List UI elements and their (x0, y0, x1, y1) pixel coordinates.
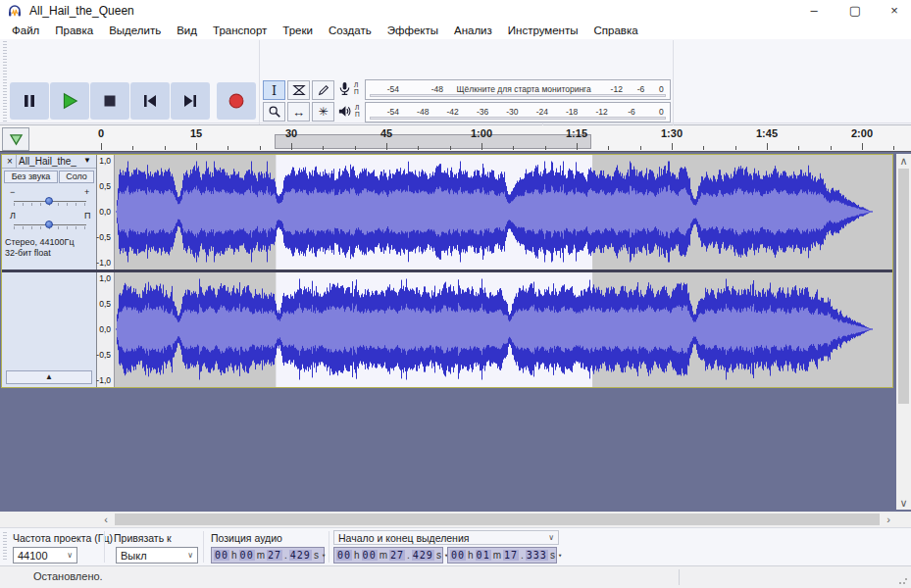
stop-button[interactable] (90, 82, 129, 120)
play-button[interactable] (50, 82, 89, 120)
ruler-tick (165, 146, 166, 150)
time-digits[interactable]: 00 (214, 550, 229, 561)
play-meter-speaker-icon[interactable] (337, 104, 353, 120)
track-format-line2: 32-бит float (5, 248, 75, 259)
waveform-channel-right[interactable] (115, 272, 892, 387)
scroll-right-arrow[interactable]: › (881, 512, 896, 527)
snap-to-select[interactable]: Выкл∨ (116, 547, 198, 564)
menu-item-5[interactable]: Транспорт (205, 22, 275, 39)
collapse-track-button[interactable]: ▲ (6, 370, 92, 384)
toolbar-grip[interactable] (3, 532, 7, 562)
timeline-ruler[interactable]: 01530451:001:151:301:452:00 (29, 125, 895, 151)
menu-item-9[interactable]: Анализ (446, 22, 500, 39)
separator (0, 122, 911, 123)
draw-tool-button[interactable] (312, 80, 334, 100)
time-digits[interactable]: 00 (362, 550, 378, 561)
selection-mode-select[interactable]: Начало и конец выделения ∨ (333, 530, 559, 545)
time-digits[interactable]: 333 (526, 550, 548, 561)
selection-end-field[interactable]: 00h01m17.333s▾ (447, 547, 557, 564)
horizontal-scroll-thumb[interactable] (115, 514, 880, 525)
vertical-scale-left[interactable]: 1,00,50,0-0,5-1,0 (97, 155, 115, 270)
timeshift-tool-button[interactable]: ↔ (287, 102, 310, 122)
meter-tick-label: 0 (659, 107, 664, 117)
ruler-tick (798, 146, 799, 150)
waveform-canvas-left[interactable] (115, 155, 892, 270)
time-digits[interactable]: 00 (239, 550, 255, 561)
time-digits[interactable]: 00 (336, 550, 352, 561)
track-menu-caret-icon[interactable]: ▼ (83, 156, 91, 165)
monitoring-message[interactable]: Щёлкните для старта мониторинга (457, 84, 591, 94)
time-digits[interactable]: 00 (450, 550, 466, 561)
project-rate-select[interactable]: 44100∨ (13, 547, 77, 564)
record-meter-mic-icon[interactable] (337, 81, 352, 97)
menu-item-1[interactable]: Файл (4, 22, 47, 39)
time-field-caret-icon[interactable]: ▾ (558, 552, 562, 560)
time-digits[interactable]: 27 (389, 550, 405, 561)
menu-item-6[interactable]: Треки (275, 22, 321, 39)
time-digits[interactable]: 17 (503, 550, 519, 561)
menu-item-10[interactable]: Инструменты (500, 22, 586, 39)
envelope-tool-button[interactable] (287, 80, 310, 100)
menu-item-2[interactable]: Правка (47, 22, 101, 39)
resize-grip[interactable] (898, 575, 908, 585)
scale-label: 0,5 (99, 299, 111, 309)
time-digits[interactable]: 01 (476, 550, 491, 561)
track-format-line1: Стерео, 44100Гц (5, 237, 75, 248)
vertical-scrollbar[interactable]: ∧ ∨ (896, 154, 911, 510)
solo-button[interactable]: Соло (59, 171, 94, 183)
pause-button[interactable] (10, 82, 49, 120)
vertical-scroll-thumb[interactable] (898, 169, 909, 404)
play-pin-button[interactable] (2, 127, 29, 151)
skip-to-end-button[interactable] (171, 82, 210, 120)
time-field-caret-icon[interactable]: ▾ (322, 552, 326, 560)
track-close-button[interactable]: × (4, 155, 17, 168)
gain-max-label: + (84, 187, 89, 197)
menu-item-3[interactable]: Выделить (101, 22, 169, 39)
maximize-button[interactable]: ▢ (838, 0, 872, 22)
ruler-tick (260, 146, 261, 150)
separator (329, 531, 329, 563)
selection-toolbar: Частота проекта (Гц) 44100∨ Привязать к … (0, 527, 911, 565)
ibeam-icon: I (272, 83, 277, 98)
zoom-tool-button[interactable] (263, 102, 285, 122)
vertical-scale-right[interactable]: 1,00,50,0-0,5-1,0 (97, 272, 115, 387)
time-unit: . (520, 550, 525, 561)
audio-position-field[interactable]: 00h00m27.429s▾ (211, 547, 325, 564)
track-name[interactable]: All_Hail_the_ (19, 156, 81, 167)
close-button[interactable]: × (878, 0, 911, 22)
time-digits[interactable]: 429 (289, 550, 312, 561)
multi-tool-button[interactable]: ✳ (312, 102, 334, 122)
minimize-button[interactable]: – (797, 0, 831, 22)
meter-tick-label: -36 (477, 107, 488, 117)
time-unit: h (353, 550, 361, 561)
scroll-left-arrow[interactable]: ‹ (98, 512, 114, 527)
ruler-time-label: 45 (380, 127, 392, 139)
gain-min-label: − (10, 187, 15, 197)
waveform-channel-left[interactable] (115, 155, 892, 270)
scroll-up-arrow[interactable]: ∧ (896, 154, 911, 168)
project-rate-label: Частота проекта (Гц) (13, 532, 113, 544)
selection-start-field[interactable]: 00h00m27.429s▾ (333, 547, 443, 564)
ruler-time-label: 1:30 (661, 127, 683, 139)
scroll-down-arrow[interactable]: ∨ (896, 496, 911, 510)
pan-thumb[interactable] (45, 220, 53, 228)
menu-item-11[interactable]: Справка (586, 22, 646, 39)
menu-item-8[interactable]: Эффекты (380, 22, 446, 39)
mute-button[interactable]: Без звука (4, 171, 58, 183)
recording-meter[interactable]: -54-48Щёлкните для старта мониторинга-12… (365, 79, 671, 100)
gain-thumb[interactable] (45, 197, 53, 205)
time-digits[interactable]: 27 (267, 550, 282, 561)
menu-item-4[interactable]: Вид (169, 22, 205, 39)
waveform-canvas-right[interactable] (115, 272, 892, 387)
horizontal-scrollbar[interactable]: ‹ › (0, 512, 911, 527)
ruler-time-label: 1:00 (471, 127, 492, 139)
menu-item-7[interactable]: Создать (321, 22, 380, 39)
snap-to-label: Привязать к (114, 532, 172, 544)
toolbar-grip[interactable] (3, 41, 7, 123)
skip-to-start-button[interactable] (130, 82, 170, 120)
pan-right-label: П (84, 211, 90, 220)
selection-tool-button[interactable]: I (263, 80, 285, 100)
time-digits[interactable]: 429 (412, 550, 434, 561)
record-button[interactable] (217, 82, 256, 120)
playback-meter[interactable]: -54-48-42-36-30-24-18-12-60 (365, 102, 671, 122)
